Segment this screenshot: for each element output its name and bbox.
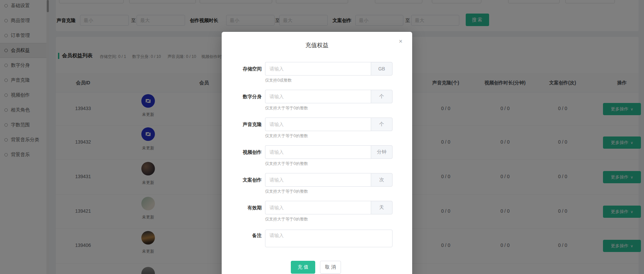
digital-avatar-input[interactable]: [265, 90, 371, 103]
field-helper: 仅支持大于等于0的整数: [265, 216, 308, 222]
field-label-voice-clone: 声音克隆: [235, 118, 262, 131]
field-label-remark: 备注: [235, 230, 262, 241]
copywriting-input[interactable]: [265, 173, 371, 187]
field-helper: 仅支持0或整数: [265, 78, 292, 83]
field-helper: 仅支持大于等于0的整数: [265, 105, 308, 111]
voice-clone-input[interactable]: [265, 118, 371, 131]
recharge-confirm-button[interactable]: 充值: [291, 261, 315, 274]
storage-input[interactable]: [265, 62, 371, 76]
video-creation-input[interactable]: [265, 145, 371, 159]
field-label-video-creation: 视频创作: [235, 145, 262, 159]
dialog-title: 充值权益: [222, 41, 412, 49]
unit-suffix-times: 次: [371, 173, 393, 187]
field-helper: 仅支持大于等于0的整数: [265, 133, 308, 139]
field-helper: 仅支持大于等于0的整数: [265, 189, 308, 194]
admin-page: 基础设置 商品管理 订单管理 会员权益 数字分身 声音克隆 视频创作 相关角色 …: [0, 0, 644, 274]
unit-suffix-minutes: 分钟: [371, 145, 393, 159]
remark-textarea[interactable]: [265, 230, 393, 247]
field-label-digital-avatar: 数字分身: [235, 90, 262, 103]
field-label-copywriting: 文案创作: [235, 173, 262, 187]
field-label-validity: 有效期: [235, 201, 262, 214]
field-label-storage: 存储空间: [235, 62, 262, 76]
field-helper: 仅支持大于等于0的整数: [265, 161, 308, 166]
recharge-rights-dialog: 充值权益 × 存储空间 GB 仅支持0或整数 数字分身 个 仅支持大于等于0的整…: [222, 32, 412, 274]
cancel-button[interactable]: 取消: [320, 261, 341, 274]
close-icon[interactable]: ×: [397, 37, 405, 45]
unit-suffix-count: 个: [371, 118, 393, 131]
unit-suffix-days: 天: [371, 201, 393, 214]
unit-suffix-count: 个: [371, 90, 393, 103]
validity-input[interactable]: [265, 201, 371, 214]
unit-suffix-gb: GB: [371, 62, 393, 76]
